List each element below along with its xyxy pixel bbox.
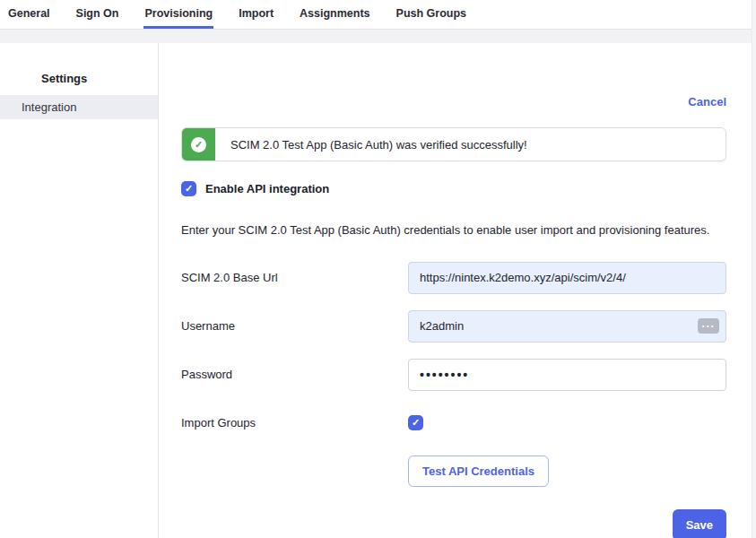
username-input[interactable] bbox=[408, 310, 726, 343]
base-url-input[interactable] bbox=[408, 262, 726, 294]
import-groups-checkbox[interactable] bbox=[408, 415, 423, 430]
sidebar-header-settings: Settings bbox=[0, 72, 158, 95]
password-input-wrap bbox=[408, 359, 726, 391]
password-label: Password bbox=[181, 368, 408, 381]
password-row: Password bbox=[181, 359, 726, 391]
tab-sign-on[interactable]: Sign On bbox=[75, 0, 120, 29]
tab-general[interactable]: General bbox=[7, 0, 51, 29]
success-icon-wrap bbox=[182, 128, 215, 161]
scrollbar-track[interactable] bbox=[752, 0, 756, 538]
base-url-row: SCIM 2.0 Base Url bbox=[181, 262, 726, 294]
provisioning-page: General Sign On Provisioning Import Assi… bbox=[0, 0, 756, 538]
username-label: Username bbox=[181, 319, 408, 333]
import-groups-wrap bbox=[408, 415, 726, 430]
import-groups-label: Import Groups bbox=[181, 416, 408, 430]
tab-push-groups[interactable]: Push Groups bbox=[395, 0, 467, 29]
import-groups-row: Import Groups bbox=[181, 407, 726, 439]
test-credentials-row: Test API Credentials bbox=[181, 456, 726, 488]
credentials-description: Enter your SCIM 2.0 Test App (Basic Auth… bbox=[181, 222, 726, 239]
cancel-link[interactable]: Cancel bbox=[688, 95, 726, 108]
enable-api-checkbox[interactable] bbox=[181, 181, 196, 196]
save-button[interactable]: Save bbox=[673, 509, 726, 538]
save-row: Save bbox=[181, 509, 726, 538]
integration-panel: Cancel SCIM 2.0 Test App (Basic Auth) wa… bbox=[159, 43, 756, 538]
password-manager-icon[interactable]: ··· bbox=[698, 318, 719, 334]
enable-api-row: Enable API integration bbox=[181, 179, 726, 197]
subheader-strip bbox=[0, 30, 756, 43]
base-url-label: SCIM 2.0 Base Url bbox=[181, 271, 408, 284]
settings-sidebar: Settings Integration bbox=[0, 43, 159, 538]
credentials-form: SCIM 2.0 Base Url Username ··· Password bbox=[181, 262, 726, 488]
success-banner: SCIM 2.0 Test App (Basic Auth) was verif… bbox=[181, 127, 726, 161]
enable-api-label: Enable API integration bbox=[205, 182, 329, 195]
app-tab-bar: General Sign On Provisioning Import Assi… bbox=[0, 0, 756, 30]
provisioning-content: Settings Integration Cancel SCIM 2.0 Tes… bbox=[0, 43, 756, 538]
password-input[interactable] bbox=[408, 359, 726, 391]
tab-assignments[interactable]: Assignments bbox=[299, 0, 371, 29]
tab-provisioning[interactable]: Provisioning bbox=[143, 0, 213, 29]
success-banner-text: SCIM 2.0 Test App (Basic Auth) was verif… bbox=[215, 138, 527, 152]
tab-import[interactable]: Import bbox=[238, 0, 274, 29]
username-input-wrap: ··· bbox=[408, 310, 726, 343]
sidebar-item-integration[interactable]: Integration bbox=[0, 95, 158, 119]
cancel-row: Cancel bbox=[181, 95, 726, 111]
check-circle-icon bbox=[191, 137, 206, 152]
base-url-input-wrap bbox=[408, 262, 726, 294]
test-api-credentials-button[interactable]: Test API Credentials bbox=[408, 456, 549, 487]
test-credentials-wrap: Test API Credentials bbox=[408, 456, 726, 487]
username-row: Username ··· bbox=[181, 310, 726, 343]
